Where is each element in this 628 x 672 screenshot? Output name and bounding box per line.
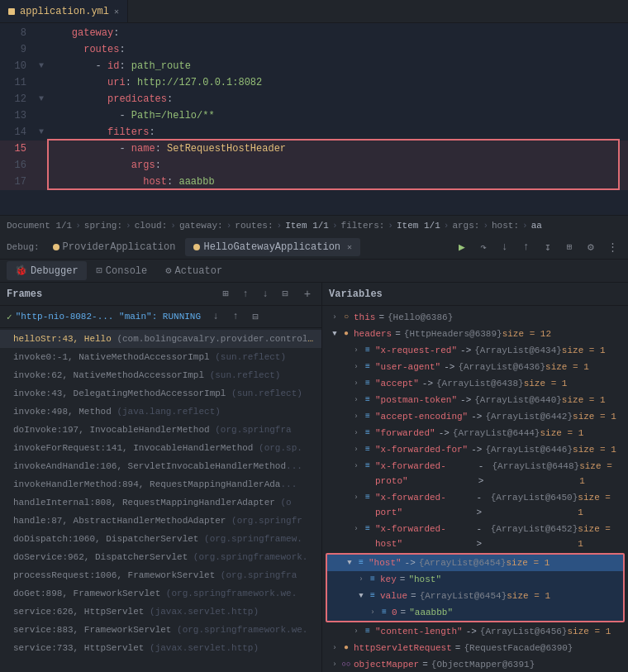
var-postman-token[interactable]: › ≡ "postman-token" -> {ArrayList@6440} …	[322, 392, 628, 408]
key-name: key	[380, 572, 397, 587]
var-user-agent[interactable]: › ≡ "user-agent" -> {ArrayList@6436} siz…	[322, 359, 628, 375]
frame-item-2[interactable]: invoke:62, NativeMethodAccessorImpl (sun…	[0, 366, 321, 384]
var-object-mapper[interactable]: › ○○ objectMapper = {ObjectMapper@6391}	[322, 656, 628, 672]
var-accept[interactable]: › ≡ "accept" -> {ArrayList@6438} size = …	[322, 375, 628, 392]
frames-filter-icon[interactable]: ⊟	[277, 286, 293, 303]
code-line-14: 14 ▼ filters:	[0, 124, 628, 141]
frame-item-3[interactable]: invoke:43, DelegatingMethodAccessorImpl …	[0, 384, 321, 403]
frame-item-11[interactable]: doDispatch:1060, DispatcherServlet (org.…	[0, 530, 321, 548]
debug-tab-provider[interactable]: ProviderApplication	[45, 238, 184, 256]
frame-item-7[interactable]: invokeAndHandle:106, ServletInvocableHan…	[0, 457, 321, 475]
content-length-value: {ArrayList@6456}	[480, 624, 568, 639]
idx0-name: 0	[392, 605, 397, 620]
more-btn[interactable]: ⋮	[603, 238, 621, 256]
value-icon: ≡	[367, 589, 378, 603]
editor-tab-active[interactable]: application.yml ✕	[0, 0, 128, 22]
settings-btn[interactable]: ⚙	[582, 238, 600, 256]
var-host[interactable]: ▼ ≡ "host" -> {ArrayList@6454} size = 1	[327, 555, 623, 571]
x-fwd-port-arrow: ->	[477, 490, 488, 520]
hello-icon	[193, 244, 200, 250]
console-icon: ⊡	[97, 265, 102, 277]
variables-list[interactable]: › ○ this = {Hello@6386} ▼ ● headers = {H…	[322, 306, 628, 672]
var-headers[interactable]: ▼ ● headers = {HttpHeaders@6389} size = …	[322, 326, 628, 342]
frame-item-13[interactable]: processRequest:1006, FrameworkServlet (o…	[0, 566, 321, 584]
x-request-name: "x-request-red"	[375, 343, 457, 358]
var-accept-encoding[interactable]: › ≡ "accept-encoding" -> {ArrayList@6442…	[322, 408, 628, 425]
this-value: {Hello@6386}	[388, 310, 453, 325]
var-http-servlet[interactable]: › ● httpServletRequest = {RequestFacade@…	[322, 640, 628, 656]
frames-filter-btn[interactable]: ⊞	[217, 286, 234, 303]
step-into-btn[interactable]: ↓	[496, 238, 514, 256]
step-over-btn[interactable]: ↷	[474, 238, 492, 256]
actuator-tab[interactable]: ⚙ Actuator	[157, 261, 231, 280]
var-x-forwarded-port[interactable]: › ≡ "x-forwarded-port" -> {ArrayList@645…	[322, 489, 628, 521]
x-fwd-for-icon: ≡	[362, 442, 373, 457]
frame-item-16[interactable]: service:883, FrameworkServlet (org.sprin…	[0, 621, 321, 639]
accept-size: size = 1	[524, 376, 568, 391]
frame-item-5[interactable]: doInvoke:197, InvocableHandlerMethod (or…	[0, 421, 321, 439]
var-content-length[interactable]: › ≡ "content-length" -> {ArrayList@6456}…	[322, 623, 628, 640]
frame-item-14[interactable]: doGet:898, FrameworkServlet (org.springf…	[0, 584, 321, 603]
frame-item-1[interactable]: invoke0:-1, NativeMethodAccessorImpl (su…	[0, 348, 321, 366]
frame-item-4[interactable]: invoke:498, Method (java.lang.reflect)	[0, 403, 321, 421]
code-line-10: 10 ▼ - id: path_route	[0, 58, 628, 74]
var-key[interactable]: › ≡ key = "host"	[327, 571, 623, 588]
user-agent-icon: ≡	[362, 360, 373, 374]
frame-item-9[interactable]: handleInternal:808, RequestMappingHandle…	[0, 493, 321, 512]
var-index-0[interactable]: › ≡ 0 = "aaabbb"	[327, 604, 623, 621]
resume-btn[interactable]: ▶	[453, 238, 471, 256]
x-fwd-proto-name: "x-forwarded-proto"	[375, 459, 475, 489]
var-this[interactable]: › ○ this = {Hello@6386}	[322, 309, 628, 326]
line-number-17: 17	[0, 174, 35, 190]
frame-item-0[interactable]: helloStr:43, Hello (com.bolingcavalry.pr…	[0, 330, 321, 348]
code-text-12: predicates:	[48, 91, 628, 107]
frames-add-btn[interactable]: +	[300, 287, 315, 302]
frame-thread-row: ✓ "http-nio-8082-... "main": RUNNING ↓ ↑…	[0, 306, 321, 328]
expand-postman: ›	[350, 393, 362, 407]
code-text-15: - name: SetRequestHostHeader	[48, 141, 628, 157]
frame-item-17[interactable]: service:733, HttpServlet (javax.servlet.…	[0, 639, 321, 657]
code-line-15: 15 - name: SetRequestHostHeader	[0, 141, 628, 157]
tab-filename: application.yml	[20, 6, 109, 17]
x-fwd-port-size: size = 1	[578, 490, 621, 520]
console-tab[interactable]: ⊡ Console	[88, 261, 156, 280]
frame-item-15[interactable]: service:626, HttpServlet (javax.servlet.…	[0, 603, 321, 621]
frames-scroll-up[interactable]: ↑	[237, 286, 254, 303]
x-fwd-proto-size: size = 1	[579, 459, 621, 489]
breadcrumb-sep-6: ›	[332, 221, 338, 231]
frame-item-10[interactable]: handle:87, AbstractHandlerMethodAdapter …	[0, 512, 321, 530]
line-number-13: 13	[0, 107, 35, 124]
frame-item-8[interactable]: invokeHandlerMethod:894, RequestMappingH…	[0, 475, 321, 493]
breadcrumb-item1: Item 1/1	[285, 221, 329, 231]
close-icon[interactable]: ✕	[114, 7, 119, 17]
frames-scroll-down[interactable]: ↓	[257, 286, 274, 303]
var-x-forwarded-host[interactable]: › ≡ "x-forwarded-host" -> {ArrayList@645…	[322, 521, 628, 552]
close-tab-icon[interactable]: ✕	[347, 242, 352, 252]
filter-btn[interactable]: ⊟	[247, 308, 264, 325]
line-number-14: 14	[0, 124, 35, 141]
step-up-btn[interactable]: ↑	[227, 308, 244, 325]
frame-item-6[interactable]: invokeForRequest:141, InvocableHandlerMe…	[0, 439, 321, 457]
frame-item-12[interactable]: doService:962, DispatcherServlet (org.sp…	[0, 548, 321, 566]
run-to-cursor-btn[interactable]: ↧	[539, 238, 557, 256]
var-value-row[interactable]: ▼ ≡ value = {ArrayList@6454} size = 1	[327, 588, 623, 604]
evaluate-btn[interactable]: ⊞	[560, 238, 578, 256]
debug-tab-hello[interactable]: HelloGatewayApplication ✕	[185, 238, 360, 256]
breadcrumb-host: host:	[492, 221, 519, 231]
debug-main: Frames ⊞ ↑ ↓ ⊟ + ✓ "http-nio-8082-... "m…	[0, 283, 628, 672]
breadcrumb-sep-3: ›	[170, 221, 176, 231]
frames-list[interactable]: helloStr:43, Hello (com.bolingcavalry.pr…	[0, 328, 321, 672]
var-x-request-red[interactable]: › ≡ "x-request-red" -> {ArrayList@6434} …	[322, 342, 628, 359]
var-x-forwarded-for[interactable]: › ≡ "x-forwarded-for" -> {ArrayList@6446…	[322, 441, 628, 458]
yaml-file-icon	[8, 8, 15, 15]
step-down-btn[interactable]: ↓	[207, 308, 224, 325]
accept-icon: ≡	[362, 376, 373, 391]
debugger-tab[interactable]: 🐞 Debugger	[7, 261, 87, 280]
var-x-forwarded-proto[interactable]: › ≡ "x-forwarded-proto" -> {ArrayList@64…	[322, 458, 628, 489]
x-fwd-proto-arrow: ->	[478, 459, 489, 489]
debug-tab-provider-label: ProviderApplication	[63, 241, 176, 253]
step-out-btn[interactable]: ↑	[517, 238, 535, 256]
actuator-label: Actuator	[175, 265, 223, 277]
var-forwarded[interactable]: › ≡ "forwarded" -> {ArrayList@6444} size…	[322, 425, 628, 441]
forwarded-size: size = 1	[540, 426, 583, 441]
